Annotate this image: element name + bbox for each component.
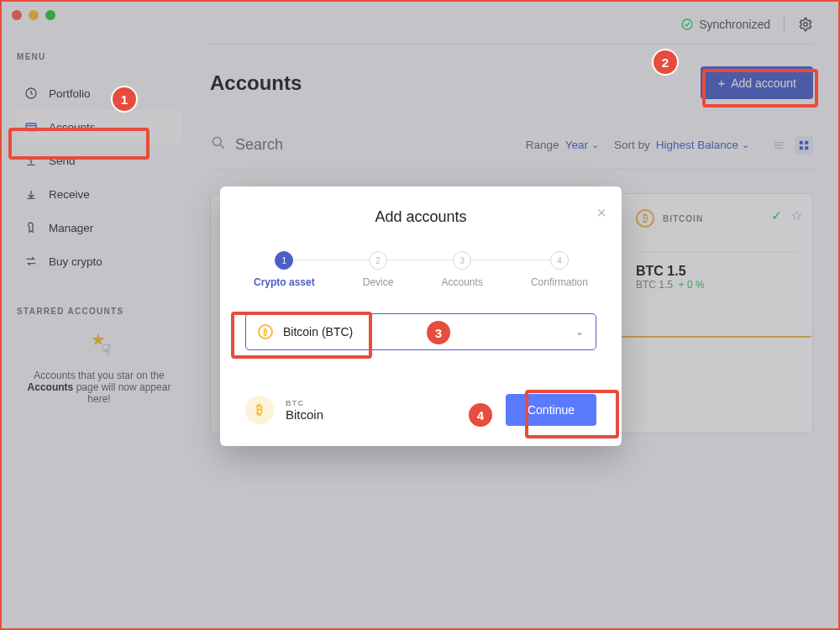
sidebar-item-label: Accounts: [49, 121, 96, 134]
sort-label: Sort by: [614, 139, 650, 151]
range-label: Range: [526, 139, 559, 151]
button-label: Add account: [731, 76, 796, 90]
close-icon[interactable]: ×: [596, 203, 606, 223]
chevron-down-icon: ⌄: [575, 326, 584, 338]
step-number: 1: [275, 251, 293, 270]
menu-heading: MENU: [17, 52, 181, 61]
maximize-window-icon[interactable]: [45, 10, 55, 20]
sidebar-item-accounts[interactable]: Accounts: [17, 110, 181, 144]
sidebar-item-manager[interactable]: Manager: [17, 211, 181, 244]
promo-text-tail: page will now appear here!: [73, 381, 171, 405]
sub-balance-value: BTC 1.5: [636, 279, 673, 291]
sidebar: MENU Portfolio Accounts Send Receive: [2, 2, 186, 628]
selected-asset-label: Bitcoin (BTC): [283, 325, 565, 339]
upload-icon: [24, 153, 39, 168]
sidebar-item-receive[interactable]: Receive: [17, 177, 181, 211]
step-label: Device: [363, 276, 394, 288]
sync-status: Synchronized: [680, 18, 770, 31]
topbar: Synchronized: [210, 2, 813, 44]
modal-steps: 1 Crypto asset 2 Device 3 Accounts 4 Con…: [245, 251, 596, 288]
step-label: Accounts: [442, 276, 483, 288]
wallet-icon: [24, 119, 39, 134]
grid-view-icon[interactable]: [795, 136, 813, 155]
search-input[interactable]: [235, 136, 353, 154]
star-click-icon: ★☟: [86, 331, 113, 358]
sort-selector[interactable]: Sort by Highest Balance ⌄: [614, 139, 749, 151]
steps-line: [279, 260, 563, 260]
list-view-icon[interactable]: [769, 136, 788, 155]
step-number: 2: [369, 251, 387, 270]
svg-rect-1: [26, 123, 36, 131]
account-balance: BTC 1.5: [636, 264, 797, 279]
sidebar-item-label: Portfolio: [49, 87, 91, 100]
sync-label: Synchronized: [699, 18, 770, 31]
svg-point-3: [804, 23, 808, 27]
asset-summary: ₿ BTC Bitcoin: [245, 396, 323, 424]
bitcoin-icon: ₿: [636, 209, 654, 228]
step-device: 2 Device: [363, 251, 394, 288]
sidebar-item-label: Manager: [49, 222, 93, 234]
modal-footer: ₿ BTC Bitcoin Continue: [245, 394, 596, 426]
sparkline-icon: [621, 309, 812, 338]
divider: [784, 17, 785, 32]
account-subbalance: BTC 1.5 + 0 %: [636, 279, 797, 291]
promo-text: Accounts that you star on the: [34, 370, 164, 381]
range-value: Year: [563, 139, 588, 151]
close-window-icon[interactable]: [12, 10, 22, 20]
search-icon: [210, 134, 227, 155]
search-box[interactable]: [210, 134, 511, 155]
clock-icon: [24, 86, 39, 101]
sidebar-item-label: Buy crypto: [49, 255, 102, 268]
svg-point-2: [682, 19, 692, 29]
button-label: Continue: [528, 403, 575, 417]
svg-rect-6: [805, 140, 808, 144]
account-card-bitcoin[interactable]: ₿ BITCOIN ✓ ☆ BTC 1.5 BTC 1.5 + 0 %: [620, 193, 813, 433]
plus-icon: +: [717, 76, 725, 90]
balance-delta: + 0 %: [679, 279, 705, 291]
add-account-button[interactable]: + Add account: [701, 66, 813, 99]
tools-icon: [24, 220, 39, 235]
sidebar-item-buy-crypto[interactable]: Buy crypto: [17, 244, 181, 278]
chevron-down-icon: ⌄: [742, 139, 749, 150]
check-icon: ✓: [771, 207, 782, 223]
add-accounts-modal: × Add accounts 1 Crypto asset 2 Device 3…: [220, 186, 622, 446]
asset-name: Bitcoin: [286, 407, 323, 422]
chevron-down-icon: ⌄: [591, 139, 599, 150]
crypto-asset-selector[interactable]: ₿ Bitcoin (BTC) ⌄: [245, 313, 596, 350]
svg-rect-5: [800, 140, 803, 144]
divider: [636, 251, 797, 252]
step-label: Confirmation: [531, 276, 588, 288]
check-circle-icon: [680, 18, 694, 31]
step-crypto-asset: 1 Crypto asset: [254, 251, 315, 288]
sidebar-item-label: Send: [49, 155, 76, 167]
search-filter-row: Range Year ⌄ Sort by Highest Balance ⌄: [210, 131, 813, 170]
svg-rect-7: [800, 146, 803, 150]
page-header: Accounts + Add account: [210, 66, 813, 99]
step-label: Crypto asset: [254, 276, 315, 288]
minimize-window-icon[interactable]: [29, 10, 39, 20]
divider: [210, 44, 813, 45]
download-icon: [24, 186, 39, 202]
svg-point-4: [213, 137, 221, 145]
sidebar-item-send[interactable]: Send: [17, 144, 181, 177]
window-traffic-lights: [12, 10, 55, 20]
step-confirmation: 4 Confirmation: [531, 251, 588, 288]
gear-icon[interactable]: [798, 17, 813, 32]
promo-bold: Accounts: [28, 381, 74, 393]
continue-button[interactable]: Continue: [506, 394, 596, 426]
sidebar-item-portfolio[interactable]: Portfolio: [17, 76, 181, 110]
step-number: 3: [453, 251, 471, 270]
bitcoin-icon: ₿: [258, 324, 273, 339]
swap-icon: [24, 254, 39, 269]
modal-title: Add accounts: [245, 208, 596, 226]
page-title: Accounts: [210, 71, 302, 95]
sidebar-item-label: Receive: [49, 188, 90, 201]
starred-accounts-heading: STARRED ACCOUNTS: [17, 307, 181, 316]
step-number: 4: [550, 251, 569, 270]
svg-rect-8: [805, 146, 808, 150]
range-selector[interactable]: Range Year ⌄: [526, 139, 599, 151]
step-accounts: 3 Accounts: [442, 251, 483, 288]
coin-name: BITCOIN: [663, 214, 703, 223]
star-icon[interactable]: ☆: [790, 207, 802, 223]
view-toggle: [769, 136, 813, 155]
